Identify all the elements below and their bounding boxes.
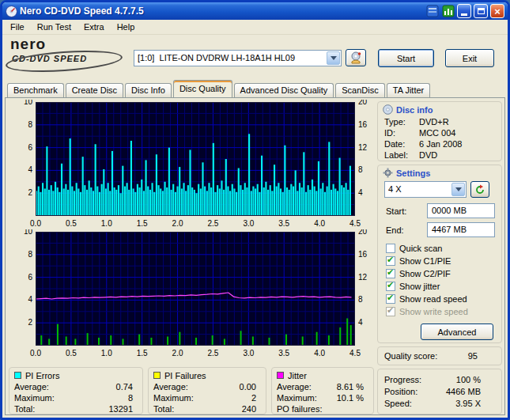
progress-row: Progress:100 % <box>384 373 495 385</box>
pi-errors-legend-swatch <box>14 372 21 379</box>
check-icon: ✔ <box>387 293 394 303</box>
tab-ta-jitter[interactable]: TA Jitter <box>387 83 431 97</box>
check-icon: ✔ <box>387 305 394 316</box>
tab-disc-quality[interactable]: Disc Quality <box>173 80 232 97</box>
tab-create-disc[interactable]: Create Disc <box>66 83 123 97</box>
checkbox-box <box>386 244 395 253</box>
position-label: Position: <box>384 387 417 396</box>
minimize-button[interactable] <box>457 4 471 18</box>
progress-label: Progress: <box>384 375 421 384</box>
speed-select-value: 4 X <box>388 184 450 194</box>
disc-type-row: Type:DVD+R <box>384 116 497 127</box>
chevron-down-icon <box>331 56 337 60</box>
disc-label-row: Label:DVD <box>384 149 497 161</box>
check-icon: ✔ <box>387 267 394 278</box>
menu-help[interactable]: Help <box>111 21 142 33</box>
svg-text:0.5: 0.5 <box>66 219 77 228</box>
svg-text:4: 4 <box>358 318 363 327</box>
checkbox-show-read-speed[interactable]: ✔ Show read speed <box>386 293 498 305</box>
nero-logo-text: nero <box>10 37 129 51</box>
settings-title: Settings <box>396 168 430 178</box>
pi-failures-legend-swatch <box>153 372 161 379</box>
stat-value: 13291 <box>108 404 138 414</box>
svg-text:2.0: 2.0 <box>172 349 183 358</box>
stat-row: Average:0.00 <box>153 381 261 392</box>
checkbox-label: Show jitter <box>399 282 440 291</box>
refresh-button[interactable] <box>470 181 489 198</box>
drive-select-arrow[interactable] <box>327 51 340 65</box>
disc-icon <box>383 104 393 115</box>
speed-select-arrow[interactable] <box>451 183 465 196</box>
eject-button[interactable] <box>346 49 366 66</box>
stat-row: Maximum:8 <box>14 392 138 403</box>
pi-failures-panel: PI Failures Average:0.00 Maximum:2 Total… <box>148 367 266 414</box>
menu-run-test[interactable]: Run Test <box>31 21 77 33</box>
svg-text:4: 4 <box>28 165 32 174</box>
tab-disc-info[interactable]: Disc Info <box>125 83 172 97</box>
stat-row: Maximum:10.1 % <box>277 392 368 403</box>
quality-score-panel: Quality score: 95 <box>377 346 502 365</box>
end-label: End: <box>386 225 404 235</box>
disc-date-row: Date:6 Jan 2008 <box>384 138 497 149</box>
svg-text:16: 16 <box>358 120 368 129</box>
tab-advanced-disc-quality[interactable]: Advanced Disc Quality <box>234 83 334 97</box>
menu-file[interactable]: File <box>4 21 31 33</box>
pi-errors-title-row: PI Errors <box>14 369 138 381</box>
svg-text:2: 2 <box>28 318 32 327</box>
stat-row: Total:240 <box>153 403 261 414</box>
app-icon <box>6 6 17 17</box>
speed-label: Speed: <box>384 399 412 408</box>
settings-panel: Settings 4 X Start: 0000 MB E <box>377 165 502 343</box>
svg-text:4.0: 4.0 <box>314 219 325 228</box>
svg-text:2: 2 <box>28 188 32 197</box>
checkbox-quick-scan[interactable]: Quick scan <box>386 242 498 255</box>
stat-value: 0.00 <box>240 382 261 392</box>
speed-select[interactable]: 4 X <box>384 181 467 198</box>
start-field[interactable]: 0000 MB <box>427 203 495 218</box>
menu-extra[interactable]: Extra <box>77 21 111 33</box>
blue-panel-icon <box>426 5 439 17</box>
hand-disc-icon <box>349 51 363 64</box>
tab-scandisc[interactable]: ScanDisc <box>335 83 384 97</box>
settings-header: Settings <box>383 168 430 178</box>
svg-text:4: 4 <box>358 188 363 197</box>
jitter-legend-swatch <box>277 372 284 379</box>
end-row: End: 4467 MB <box>386 222 495 237</box>
svg-text:2.5: 2.5 <box>207 349 218 358</box>
speed-value: 3.95 X <box>455 399 495 408</box>
stat-label: Total: <box>153 404 174 414</box>
drive-select[interactable]: [1:0] LITE-ON DVDRW LH-18A1H HL09 <box>134 50 342 66</box>
disc-label-value: DVD <box>419 150 497 160</box>
minimize-icon <box>461 13 467 16</box>
checkbox-box: ✔ <box>386 282 395 291</box>
svg-text:1.0: 1.0 <box>101 349 112 358</box>
exit-button[interactable]: Exit <box>445 49 494 67</box>
titlebar-graph-icon[interactable] <box>441 5 455 18</box>
checkbox-show-jitter[interactable]: ✔ Show jitter <box>386 280 498 293</box>
advanced-button[interactable]: Advanced <box>421 324 493 340</box>
disc-id-row: ID:MCC 004 <box>384 127 497 138</box>
disc-type-value: DVD+R <box>419 117 497 127</box>
svg-text:8: 8 <box>358 165 363 174</box>
gear-icon <box>383 168 393 178</box>
checkbox-show-c2-pif[interactable]: ✔ Show C2/PIF <box>386 267 498 280</box>
maximize-button[interactable] <box>474 4 488 18</box>
end-field[interactable]: 4467 MB <box>427 222 495 237</box>
titlebar-panel-icon[interactable] <box>425 5 439 18</box>
stat-value: 10.1 % <box>337 393 368 403</box>
quality-score-label: Quality score: <box>384 351 437 361</box>
tab-strip: Benchmark Create Disc Disc Info Disc Qua… <box>7 81 432 97</box>
pi-failures-title-row: PI Failures <box>153 369 261 381</box>
svg-text:3.5: 3.5 <box>278 349 289 358</box>
close-button[interactable]: × <box>490 4 504 18</box>
stat-row: Maximum:2 <box>153 392 261 403</box>
checkbox-show-c1-pie[interactable]: ✔ Show C1/PIE <box>386 255 498 267</box>
progress-value: 100 % <box>456 375 495 384</box>
start-button[interactable]: Start <box>378 49 434 67</box>
tab-benchmark[interactable]: Benchmark <box>7 83 64 97</box>
titlebar[interactable]: Nero CD-DVD Speed 4.7.7.5 × <box>2 2 508 20</box>
quality-score-value: 95 <box>468 351 495 361</box>
disc-id-value: MCC 004 <box>419 128 497 138</box>
svg-text:4: 4 <box>28 295 32 304</box>
svg-text:1.5: 1.5 <box>137 349 148 358</box>
